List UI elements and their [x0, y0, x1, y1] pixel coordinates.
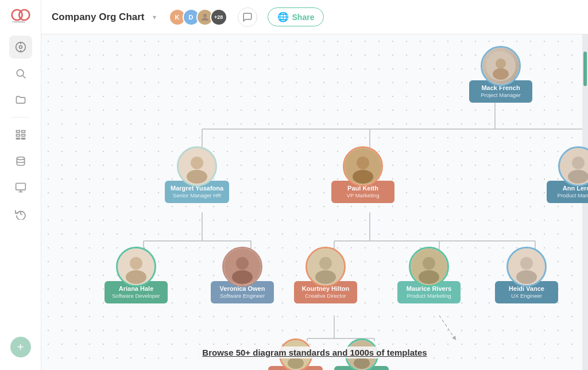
- avatar-kourtney: [305, 247, 346, 287]
- avatar-margaret: [177, 146, 217, 186]
- svg-rect-12: [21, 134, 25, 136]
- logo[interactable]: creately: [10, 7, 31, 25]
- node-maurice[interactable]: Maurice Rivers Product Marketing: [397, 247, 461, 303]
- svg-point-71: [354, 357, 370, 369]
- svg-point-59: [315, 270, 336, 284]
- svg-point-46: [357, 157, 369, 169]
- svg-point-41: [493, 68, 509, 80]
- sidebar-divider: [11, 117, 30, 118]
- header: Company Org Chart ▾ K D +28 🌐 Share: [41, 0, 588, 34]
- role-heidi: UX Engineer: [501, 293, 552, 299]
- document-title: Company Org Chart: [52, 11, 145, 23]
- svg-point-50: [568, 170, 588, 184]
- role-paul: VP Marketing: [337, 192, 389, 199]
- add-button[interactable]: +: [10, 337, 31, 357]
- svg-point-64: [520, 257, 533, 270]
- svg-point-44: [187, 170, 207, 184]
- avatar-maurice: [409, 247, 449, 287]
- avatar-heidi: [506, 247, 547, 287]
- canvas[interactable]: Mack French Project Manager Margret Yusa…: [41, 34, 588, 370]
- svg-rect-11: [16, 134, 20, 136]
- node-ann[interactable]: Ann Leroy Product Manager: [547, 146, 588, 203]
- role-margaret: Senior Manager HR: [171, 192, 223, 199]
- svg-point-52: [130, 257, 142, 270]
- node-ariana[interactable]: Ariana Hale Software Developer: [105, 247, 168, 303]
- sidebar-item-history[interactable]: [9, 202, 32, 225]
- sidebar-item-database[interactable]: [9, 150, 32, 173]
- svg-point-47: [353, 170, 373, 184]
- avatar-mack: [481, 46, 521, 86]
- svg-point-55: [236, 257, 249, 270]
- role-ariana: Software Developer: [110, 293, 162, 299]
- share-label: Share: [292, 13, 315, 22]
- svg-point-65: [516, 270, 537, 284]
- collaborators-avatars: K D +28: [169, 9, 227, 26]
- svg-point-62: [419, 270, 439, 284]
- svg-point-61: [423, 257, 435, 270]
- svg-point-4: [19, 46, 22, 49]
- role-mack: Project Manager: [475, 92, 527, 99]
- node-margaret[interactable]: Margret Yusafona Senior Manager HR: [165, 146, 229, 203]
- avatar-more: +28: [210, 9, 227, 26]
- node-mack[interactable]: Mack French Project Manager: [469, 46, 532, 103]
- svg-rect-14: [21, 138, 25, 139]
- sidebar: creately: [0, 0, 41, 370]
- node-kourtney[interactable]: Kourtney Hilton Creative Director: [294, 247, 357, 303]
- svg-line-8: [22, 76, 25, 79]
- svg-point-43: [191, 157, 203, 169]
- svg-point-58: [319, 257, 332, 270]
- avatar-paul: [343, 146, 383, 186]
- share-globe-icon: 🌐: [277, 11, 289, 22]
- svg-point-40: [496, 59, 506, 69]
- avatar-ariana: [116, 247, 156, 287]
- svg-rect-10: [21, 131, 25, 133]
- svg-point-56: [232, 270, 253, 284]
- svg-rect-16: [16, 184, 25, 190]
- svg-point-19: [203, 14, 207, 17]
- main-area: Company Org Chart ▾ K D +28 🌐 Share: [41, 0, 588, 370]
- svg-line-38: [439, 316, 455, 338]
- role-ann: Product Manager: [552, 192, 588, 199]
- chat-button[interactable]: [238, 7, 257, 27]
- title-dropdown-arrow[interactable]: ▾: [153, 13, 156, 21]
- node-veronica[interactable]: Veronica Owen Software Engineer: [211, 247, 274, 303]
- browse-templates-link[interactable]: Browse 50+ diagram standards and 1000s o…: [198, 346, 431, 359]
- svg-point-49: [572, 157, 585, 169]
- svg-point-68: [288, 357, 304, 369]
- role-kourtney: Creative Director: [300, 293, 351, 299]
- svg-point-1: [19, 10, 29, 20]
- node-heidi[interactable]: Heidi Vance UX Engineer: [495, 247, 558, 303]
- role-veronica: Software Engineer: [216, 293, 268, 299]
- sidebar-item-folder[interactable]: [9, 88, 32, 111]
- svg-point-15: [17, 157, 24, 160]
- svg-rect-13: [16, 138, 20, 139]
- sidebar-item-presentation[interactable]: [9, 176, 32, 199]
- sidebar-item-search[interactable]: [9, 62, 32, 85]
- share-button[interactable]: 🌐 Share: [268, 7, 324, 26]
- svg-text:creately: creately: [12, 20, 25, 23]
- svg-rect-9: [16, 131, 20, 133]
- svg-point-7: [17, 69, 24, 76]
- role-maurice: Product Marketing: [403, 293, 455, 299]
- node-paul[interactable]: Paul Keith VP Marketing: [331, 146, 394, 203]
- avatar-veronica: [222, 247, 262, 287]
- sidebar-item-compass[interactable]: [9, 36, 32, 59]
- scroll-thumb[interactable]: [583, 52, 587, 86]
- svg-point-53: [126, 270, 146, 284]
- sidebar-item-grid[interactable]: [9, 123, 32, 146]
